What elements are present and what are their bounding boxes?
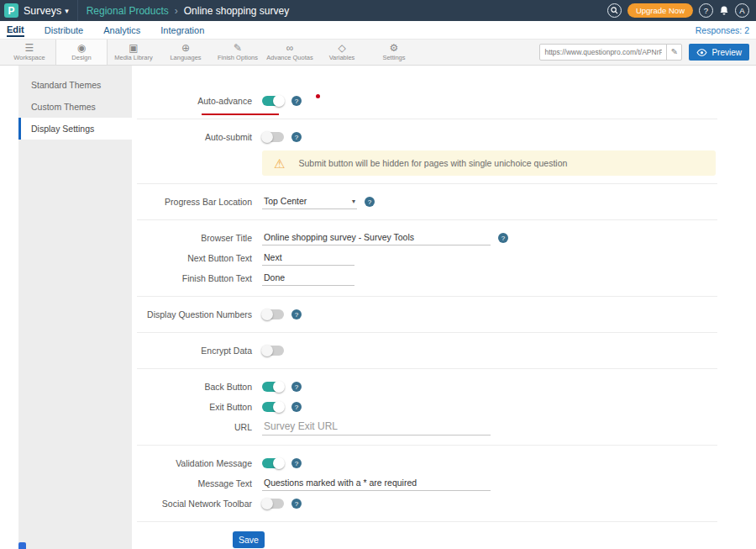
help-icon[interactable]: ? [291,499,302,509]
section-divider [137,445,717,446]
right-gutter [738,66,756,549]
help-icon[interactable]: ? [291,309,302,319]
help-icon[interactable]: ? [291,402,302,412]
toolbar-item-finish-options[interactable]: ✎ Finish Options [212,40,264,65]
section-divider [137,368,717,369]
exit-button-label: Exit Button [132,402,252,412]
exit-url-input[interactable] [262,419,491,436]
toolbar-item-design[interactable]: ◉ Design [55,40,108,65]
next-button-text-label: Next Button Text [132,253,252,263]
chat-widget-corner[interactable] [18,542,26,549]
tab-distribute[interactable]: Distribute [45,24,83,36]
search-icon [611,7,618,14]
progress-bar-location-select[interactable]: Top Center ▾ [262,194,357,209]
finish-options-icon: ✎ [234,43,242,53]
exit-button-toggle[interactable] [262,402,284,412]
toolbar-item-settings[interactable]: ⚙ Settings [368,40,420,65]
auto-submit-toggle[interactable] [262,132,284,142]
auto-advance-toggle[interactable] [262,96,284,106]
survey-url-input[interactable] [540,48,666,56]
form-row-auto-submit: Auto-submit ? [132,127,738,147]
toolbar-item-advance-quotas[interactable]: ∞ Advance Quotas [264,40,316,65]
preview-button[interactable]: Preview [689,44,749,61]
warning-triangle-icon: ⚠ [274,157,285,170]
breadcrumb-separator: › [175,5,178,17]
browser-title-label: Browser Title [132,233,252,243]
help-icon[interactable]: ? [291,458,302,468]
social-network-toolbar-toggle[interactable] [262,499,284,509]
next-button-text-input[interactable] [262,251,354,266]
help-icon[interactable]: ? [291,132,302,142]
help-icon[interactable]: ? [291,382,302,392]
form-row-save: Save [132,530,738,549]
toolbar-item-variables[interactable]: ◇ Variables [316,40,368,65]
tab-analytics[interactable]: Analytics [103,24,140,36]
themes-sidebar: Standard Themes Custom Themes Display Se… [18,66,132,549]
toggle-knob [261,309,273,320]
bell-icon [719,5,729,16]
upgrade-button[interactable]: Upgrade Now [627,3,693,18]
section-divider [137,183,717,184]
form-row-finish-button-text: Finish Button Text [132,268,738,288]
annotation-red-dot [316,94,320,98]
exit-url-label: URL [132,422,252,432]
help-icon[interactable]: ? [291,96,302,106]
workspace-icon: ☰ [25,43,34,53]
design-palette-icon: ◉ [77,43,86,53]
search-button[interactable] [607,3,622,18]
encrypt-data-label: Encrypt Data [132,346,252,356]
tab-edit[interactable]: Edit [7,23,24,37]
toolbar-item-label: Design [71,54,91,61]
help-icon: ? [704,6,708,15]
progress-bar-location-label: Progress Bar Location [132,197,252,207]
breadcrumb-folder[interactable]: Regional Products [87,5,169,17]
languages-icon: ⊕ [181,43,190,53]
display-question-numbers-toggle[interactable] [262,309,284,319]
help-icon[interactable]: ? [365,197,375,207]
validation-message-label: Validation Message [132,458,252,468]
responses-count[interactable]: Responses: 2 [696,25,749,35]
save-button[interactable]: Save [233,531,265,548]
sidebar-item-custom-themes[interactable]: Custom Themes [18,96,132,118]
toolbar-item-languages[interactable]: ⊕ Languages [160,40,212,65]
browser-title-input[interactable] [262,230,491,245]
eye-icon [696,49,707,56]
section-divider [137,119,717,119]
survey-url-box: ✎ [539,44,682,61]
warning-banner: ⚠ Submit button will be hidden for pages… [262,150,716,176]
message-text-label: Message Text [132,478,252,488]
tab-integration[interactable]: Integration [160,24,204,36]
display-settings-panel: Auto-advance ? Auto-submit ? ⚠ Submit bu… [132,66,738,549]
surveys-menu-label: Surveys [24,5,61,17]
form-row-encrypt-data: Encrypt Data [132,340,738,361]
topbar-actions: Upgrade Now ? A [607,3,756,18]
toolbar-item-workspace[interactable]: ☰ Workspace [3,40,55,65]
toggle-knob [273,381,285,393]
survey-nav-bar: Edit Distribute Analytics Integration Re… [0,21,756,40]
toggle-knob [261,345,273,356]
message-text-input[interactable] [262,476,491,491]
toolbar-item-label: Settings [382,54,405,61]
toolbar-item-label: Advance Quotas [266,54,312,61]
sidebar-item-standard-themes[interactable]: Standard Themes [18,74,132,96]
help-icon[interactable]: ? [498,233,508,243]
toolbar-item-media-library[interactable]: ▣ Media Library [108,40,160,65]
questionpro-logo[interactable]: P [4,3,18,18]
media-library-icon: ▣ [129,43,138,53]
toggle-knob [273,95,285,107]
edit-url-pencil-icon[interactable]: ✎ [666,45,681,60]
sidebar-item-display-settings[interactable]: Display Settings [18,118,132,140]
display-question-numbers-label: Display Question Numbers [132,309,252,319]
validation-message-toggle[interactable] [262,458,284,468]
encrypt-data-toggle[interactable] [262,346,284,356]
notifications-button[interactable] [719,5,729,16]
surveys-menu[interactable]: Surveys ▾ [24,5,69,17]
finish-button-text-input[interactable] [262,271,354,286]
gear-icon: ⚙ [390,43,399,53]
toolbar-item-label: Finish Options [218,54,258,61]
back-button-toggle[interactable] [262,382,284,392]
toggle-knob [273,457,285,469]
form-row-browser-title: Browser Title ? [132,228,738,248]
help-button[interactable]: ? [699,3,713,18]
avatar[interactable]: A [735,3,749,18]
